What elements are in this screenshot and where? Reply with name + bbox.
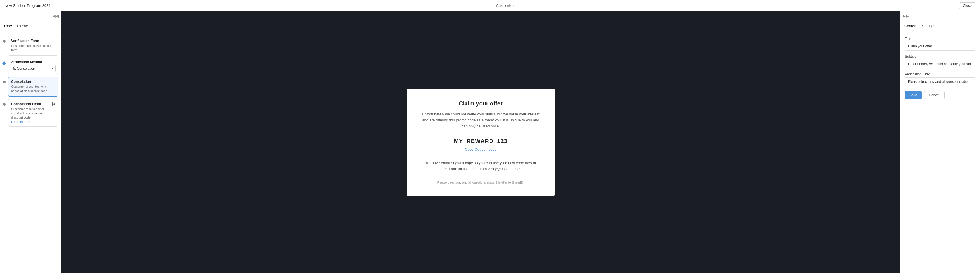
field-subtitle-group: Subtitle — [905, 54, 975, 68]
left-sidebar: ◀◀ Flow Theme Verification Form Customer… — [0, 11, 61, 273]
flow-card-title-verification-form: Verification Form — [11, 39, 55, 43]
flow-card-consolation-email[interactable]: Consolation Email Customer receives fina… — [8, 99, 58, 127]
flow-card-title-consolation-email: Consolation Email — [11, 102, 52, 106]
field-subtitle-label: Subtitle — [905, 54, 975, 59]
preview-card: Claim your offer Unfortunately we could … — [407, 89, 555, 196]
flow-dot-verification-form — [3, 40, 6, 43]
verification-method-select[interactable]: 5. Consolation ▾ — [11, 65, 56, 72]
flow-card-desc-consolation-email: Customer receives final email with conso… — [11, 107, 52, 120]
flow-card-verification-method: Verification Method 5. Consolation ▾ — [8, 58, 58, 74]
field-title-group: Title — [905, 37, 975, 51]
tab-settings[interactable]: Settings — [922, 24, 935, 29]
preview-canvas: Claim your offer Unfortunately we could … — [61, 11, 900, 273]
right-panel: ▶▶ Content Settings Title Subtitle Verif… — [900, 11, 980, 273]
collapse-sidebar-icon[interactable]: ◀◀ — [52, 14, 59, 18]
flow-item-consolation: Consolation Customer presented with cons… — [3, 77, 58, 97]
field-title-input[interactable] — [905, 42, 975, 51]
right-panel-tabs: Content Settings — [900, 21, 980, 32]
flow-item-verification-form: Verification Form Customer submits verif… — [3, 36, 58, 56]
main-layout: ◀◀ Flow Theme Verification Form Customer… — [0, 11, 980, 273]
tab-flow[interactable]: Flow — [4, 24, 12, 29]
flow-card-title-consolation: Consolation — [11, 80, 55, 84]
flow-dot-verification-method — [2, 61, 6, 65]
right-panel-actions: Save Cancel — [905, 91, 975, 99]
tab-theme[interactable]: Theme — [16, 24, 28, 29]
sidebar-toggle-area: ◀◀ — [0, 11, 61, 21]
flow-item-consolation-email: Consolation Email Customer receives fina… — [3, 99, 58, 127]
header: New Student Program 2024 Customize Close — [0, 0, 980, 11]
consolation-email-text-area: Consolation Email Customer receives fina… — [11, 102, 52, 123]
email-note: We have emailed you a copy so you can us… — [421, 160, 541, 172]
sidebar-tabs: Flow Theme — [0, 21, 61, 32]
copy-coupon-link[interactable]: Copy Coupon code — [465, 147, 496, 152]
app-title: New Student Program 2024 — [5, 3, 50, 8]
preview-title: Claim your offer — [459, 101, 503, 107]
expand-right-panel-icon[interactable]: ▶▶ — [903, 14, 909, 18]
field-title-label: Title — [905, 37, 975, 41]
right-panel-content: Title Subtitle Verification Only Save Ca… — [900, 32, 980, 273]
flow-card-title-verification-method: Verification Method — [11, 60, 56, 64]
flow-card-email-area: Consolation Email Customer receives fina… — [11, 102, 55, 123]
learn-more-link[interactable]: Learn more ↗ — [11, 120, 52, 123]
preview-subtitle: Unfortunately we could not verify your s… — [421, 112, 541, 129]
flow-list: Verification Form Customer submits verif… — [0, 32, 61, 273]
cancel-button[interactable]: Cancel — [924, 91, 944, 99]
header-center-label: Customize — [496, 3, 514, 8]
tab-content[interactable]: Content — [904, 24, 918, 29]
flow-item-verification-method: Verification Method 5. Consolation ▾ — [3, 58, 58, 74]
vm-select-label: 5. Consolation — [13, 67, 35, 70]
flow-dot-consolation — [3, 81, 6, 83]
field-verification-only-input[interactable] — [905, 77, 975, 86]
flow-card-consolation[interactable]: Consolation Customer presented with cons… — [8, 77, 58, 97]
close-button[interactable]: Close — [959, 2, 975, 9]
save-button[interactable]: Save — [905, 91, 922, 99]
external-link-icon: ↗ — [28, 120, 30, 123]
chevron-down-icon: ▾ — [52, 67, 53, 70]
field-subtitle-input[interactable] — [905, 60, 975, 68]
field-verification-only-label: Verification Only — [905, 72, 975, 76]
flow-card-desc-verification-form: Customer submits verification form — [11, 44, 55, 53]
redirect-note: Please direct any and all questions abou… — [438, 180, 524, 184]
field-verification-only-group: Verification Only — [905, 72, 975, 86]
promo-code: MY_REWARD_123 — [454, 138, 508, 144]
flow-card-verification-form[interactable]: Verification Form Customer submits verif… — [8, 36, 58, 56]
flow-card-desc-consolation: Customer presented with consolation disc… — [11, 85, 55, 94]
right-panel-toggle-area: ▶▶ — [900, 11, 980, 21]
email-icon: ✉ — [52, 102, 55, 106]
flow-dot-consolation-email — [3, 103, 6, 106]
